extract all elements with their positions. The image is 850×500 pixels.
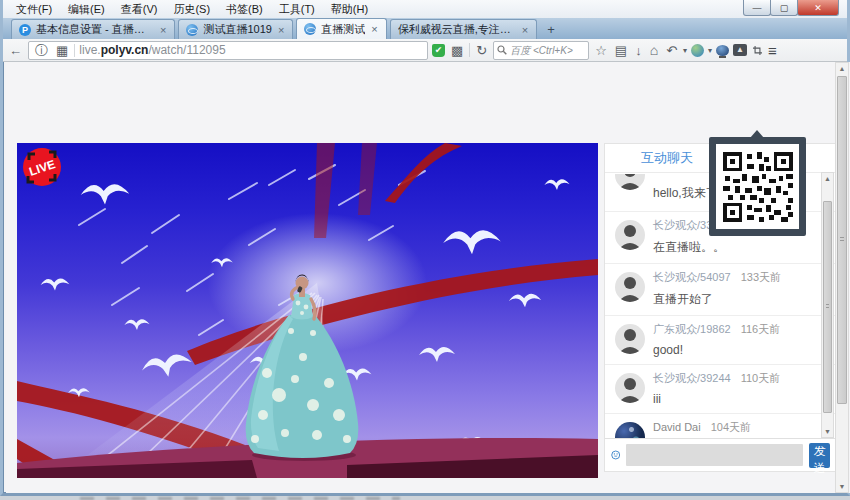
- tab-close-icon[interactable]: ×: [521, 24, 529, 36]
- tab-close-icon[interactable]: ×: [277, 24, 285, 36]
- scroll-down-icon[interactable]: ▼: [836, 481, 848, 492]
- screenshot-upload-icon[interactable]: ▲: [733, 44, 747, 56]
- message-head: 长沙观众/39244110天前: [653, 371, 806, 386]
- menu-tools[interactable]: 工具(T): [272, 0, 322, 19]
- chat-input[interactable]: [626, 444, 803, 466]
- home-icon[interactable]: ⌂: [648, 43, 660, 57]
- avatar: [615, 220, 645, 250]
- message-text: 在直播啦。。: [653, 239, 806, 256]
- window-controls: — ▢ ✕: [744, 0, 839, 16]
- tab-close-icon[interactable]: ×: [370, 23, 378, 35]
- tab-polyv-site[interactable]: 保利威视云直播,专注企业... ×: [390, 19, 537, 39]
- tab-title: 测试直播1019: [203, 22, 271, 37]
- globe-favicon: [304, 23, 316, 35]
- chat-input-row: 发送: [605, 438, 836, 471]
- downloads-icon[interactable]: ↓: [633, 44, 644, 57]
- avatar: [615, 324, 645, 354]
- scroll-up-icon[interactable]: ▲: [822, 173, 833, 184]
- message-user: 广东观众/19862: [653, 323, 731, 335]
- qr-popup-arrow: [750, 130, 764, 138]
- chat-message: David Dai104天前 goo: [605, 414, 836, 439]
- translate-globe-icon[interactable]: [691, 44, 704, 57]
- globe-favicon: [186, 24, 198, 36]
- chat-message: 广东观众/19862116天前 good!: [605, 316, 836, 365]
- message-text: iii: [653, 392, 806, 406]
- chat-message: 长沙观众/39244110天前 iii: [605, 365, 836, 414]
- qr-code: [723, 152, 793, 222]
- avatar: [615, 272, 645, 302]
- chevron-down-icon[interactable]: ▾: [708, 46, 712, 55]
- hamburger-menu-icon[interactable]: ≡: [768, 42, 776, 59]
- message-user: David Dai: [653, 421, 701, 433]
- message-head: 广东观众/19862116天前: [653, 322, 806, 337]
- back-button[interactable]: ←: [7, 44, 24, 57]
- message-head: David Dai104天前: [653, 420, 806, 435]
- search-box[interactable]: [493, 41, 589, 60]
- chat-scrollbar-thumb[interactable]: [823, 201, 832, 413]
- search-input[interactable]: [510, 45, 584, 56]
- security-shield-icon[interactable]: ✔: [432, 44, 445, 57]
- webcam-icon[interactable]: [716, 45, 729, 56]
- info-icon[interactable]: ⓘ: [33, 44, 50, 57]
- avatar: [615, 174, 645, 190]
- undo-closed-tab-icon[interactable]: ↶: [664, 44, 679, 57]
- bookmark-star-icon[interactable]: ☆: [593, 44, 609, 57]
- maximize-button[interactable]: ▢: [770, 0, 798, 16]
- video-scene: [17, 143, 598, 478]
- chevron-down-icon[interactable]: ▾: [683, 46, 687, 55]
- close-button[interactable]: ✕: [797, 0, 839, 16]
- qr-popup: [709, 137, 806, 236]
- scroll-up-icon[interactable]: ▲: [836, 63, 848, 74]
- chat-scrollbar[interactable]: ▲ ▼: [821, 172, 834, 438]
- menu-bookmarks[interactable]: 书签(B): [219, 0, 270, 19]
- url-bar[interactable]: ⓘ ▦ live.polyv.cn/watch/112095: [28, 41, 428, 60]
- message-time: 133天前: [741, 271, 781, 283]
- scroll-down-icon[interactable]: ▼: [822, 426, 833, 437]
- divider: [469, 43, 470, 57]
- url-text: live.polyv.cn/watch/112095: [79, 43, 225, 57]
- minimize-button[interactable]: —: [743, 0, 771, 16]
- emoji-icon[interactable]: [611, 444, 620, 466]
- tab-settings-page[interactable]: P 基本信息设置 - 直播测试 ×: [11, 19, 175, 39]
- tab-title: 保利威视云直播,专注企业...: [398, 22, 516, 37]
- menu-bar: 文件(F) 编辑(E) 查看(V) 历史(S) 书签(B) 工具(T) 帮助(H…: [3, 0, 847, 18]
- reload-button[interactable]: ↻: [474, 44, 489, 57]
- window-scrollbar[interactable]: ▲ ▼: [835, 62, 849, 493]
- qr-toolbar-icon[interactable]: ▩: [449, 44, 465, 57]
- message-time: 104天前: [711, 421, 751, 433]
- menu-file[interactable]: 文件(F): [9, 0, 59, 19]
- send-button[interactable]: 发送: [809, 443, 830, 468]
- navigation-toolbar: ← ⓘ ▦ live.polyv.cn/watch/112095 ✔ ▩ ↻ ☆…: [3, 39, 847, 62]
- video-player[interactable]: [17, 143, 598, 478]
- tab-live-test-active[interactable]: 直播测试 ×: [296, 18, 386, 39]
- crop-icon[interactable]: [751, 44, 764, 57]
- menu-view[interactable]: 查看(V): [114, 0, 165, 19]
- site-grid-icon[interactable]: ▦: [54, 44, 70, 57]
- live-badge: LIVE: [21, 146, 63, 188]
- new-tab-button[interactable]: +: [540, 22, 562, 39]
- tab-title: 直播测试: [321, 22, 365, 37]
- message-user: 长沙观众/54097: [653, 271, 731, 283]
- avatar: [615, 373, 645, 403]
- divider: [74, 44, 75, 57]
- menu-help[interactable]: 帮助(H): [324, 0, 375, 19]
- message-user: 长沙观众/39244: [653, 372, 731, 384]
- message-text: 直播开始了: [653, 291, 806, 308]
- page-content: LIVE 直播测试 海天科技 33 0: [6, 62, 850, 493]
- search-icon: [497, 45, 507, 55]
- chat-message: 长沙观众/54097133天前 直播开始了: [605, 264, 836, 316]
- window-scrollbar-thumb[interactable]: [837, 76, 847, 404]
- message-head: 长沙观众/54097133天前: [653, 270, 806, 285]
- browser-window: 文件(F) 编辑(E) 查看(V) 历史(S) 书签(B) 工具(T) 帮助(H…: [0, 0, 850, 496]
- message-text: good!: [653, 343, 806, 357]
- polyv-favicon: P: [19, 24, 31, 36]
- tab-test-stream-1019[interactable]: 测试直播1019 ×: [178, 19, 293, 39]
- tab-title: 基本信息设置 - 直播测试: [36, 22, 154, 37]
- menu-history[interactable]: 历史(S): [166, 0, 217, 19]
- message-time: 110天前: [741, 372, 781, 384]
- message-time: 116天前: [741, 323, 781, 335]
- bookmarks-panel-icon[interactable]: ▤: [613, 44, 629, 57]
- menu-edit[interactable]: 编辑(E): [61, 0, 112, 19]
- tab-close-icon[interactable]: ×: [159, 24, 167, 36]
- chat-tab-label[interactable]: 互动聊天: [641, 149, 693, 167]
